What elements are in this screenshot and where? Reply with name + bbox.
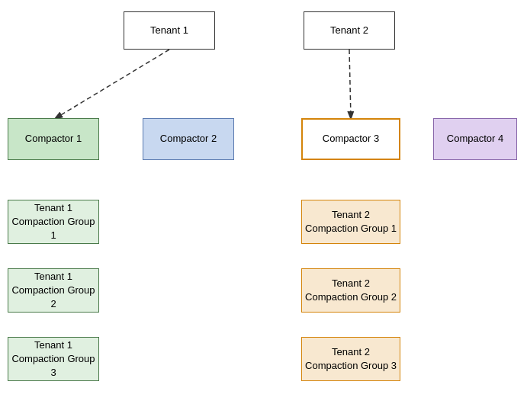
arrow-tenant2-compactor3 (349, 50, 351, 118)
compactor1-label: Compactor 1 (25, 132, 82, 146)
compactor1-node: Compactor 1 (8, 118, 99, 160)
t2g1-label: Tenant 2 Compaction Group 1 (305, 208, 397, 236)
t1g2-node: Tenant 1 Compaction Group 2 (8, 268, 99, 313)
t1g3-label: Tenant 1 Compaction Group 3 (8, 338, 98, 380)
t2g2-node: Tenant 2 Compaction Group 2 (301, 268, 400, 313)
compactor3-node: Compactor 3 (301, 118, 400, 160)
diagram: Tenant 1 Tenant 2 Compactor 1 Compactor … (0, 0, 527, 420)
tenant1-label: Tenant 1 (150, 24, 188, 37)
compactor2-node: Compactor 2 (143, 118, 234, 160)
compactor4-node: Compactor 4 (433, 118, 517, 160)
compactor4-label: Compactor 4 (447, 132, 503, 146)
tenant2-label: Tenant 2 (330, 24, 368, 37)
t2g2-label: Tenant 2 Compaction Group 2 (305, 277, 397, 304)
tenant1-node: Tenant 1 (124, 11, 215, 50)
t1g3-node: Tenant 1 Compaction Group 3 (8, 337, 99, 381)
compactor3-label: Compactor 3 (323, 132, 379, 146)
t1g1-label: Tenant 1 Compaction Group 1 (8, 201, 98, 243)
arrow-tenant1-compactor1 (56, 50, 169, 118)
t2g3-node: Tenant 2 Compaction Group 3 (301, 337, 400, 381)
tenant2-node: Tenant 2 (304, 11, 395, 50)
t2g3-label: Tenant 2 Compaction Group 3 (305, 345, 397, 373)
t1g1-node: Tenant 1 Compaction Group 1 (8, 200, 99, 244)
t2g1-node: Tenant 2 Compaction Group 1 (301, 200, 400, 244)
t1g2-label: Tenant 1 Compaction Group 2 (8, 270, 98, 312)
compactor2-label: Compactor 2 (160, 132, 217, 146)
